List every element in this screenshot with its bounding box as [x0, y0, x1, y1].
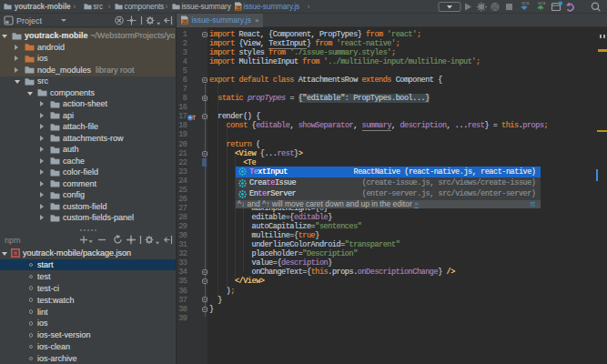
svg-text:JS: JS [181, 20, 187, 25]
svg-text:VCS: VCS [538, 1, 546, 5]
svg-text:VCS: VCS [521, 1, 530, 5]
svg-text:JS: JS [236, 6, 240, 11]
